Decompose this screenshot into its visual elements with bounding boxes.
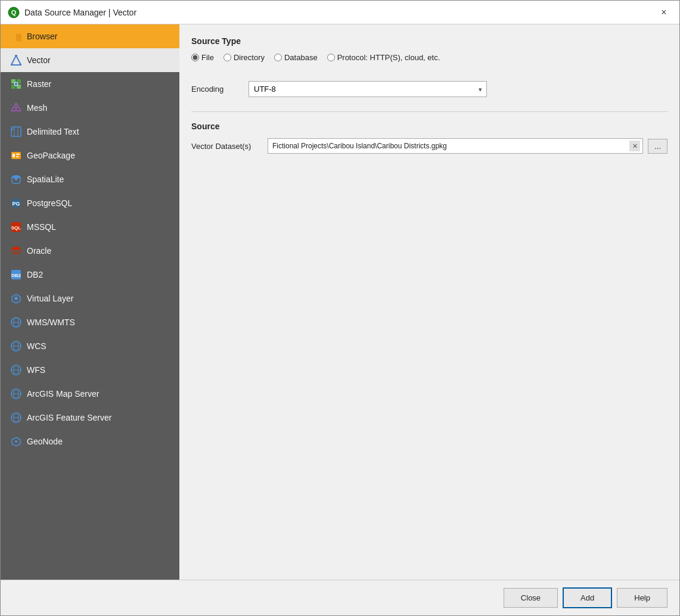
browser-icon (10, 30, 22, 42)
add-button[interactable]: Add (563, 587, 612, 608)
svg-rect-4 (16, 34, 21, 41)
svg-point-33 (12, 247, 20, 250)
sidebar-item-wcs[interactable]: WCS (1, 334, 179, 358)
svg-text:Q: Q (11, 9, 17, 16)
sidebar-item-label: Virtual Layer (27, 294, 170, 303)
sidebar-item-mesh[interactable]: Mesh (1, 96, 179, 120)
radio-directory[interactable]: Directory (223, 53, 265, 62)
svg-rect-3 (11, 32, 14, 35)
sidebar-item-mssql[interactable]: SQL MSSQL (1, 215, 179, 239)
encoding-row: Encoding UTF-8 ASCII ISO-8859-1 UTF-16 ▾ (191, 81, 667, 97)
radio-protocol[interactable]: Protocol: HTTP(S), cloud, etc. (327, 53, 440, 62)
arcgis-map-icon (10, 388, 22, 400)
title-text: Data Source Manager | Vector (24, 8, 136, 17)
sidebar-item-label: DB2 (27, 270, 170, 279)
sidebar-item-browser[interactable]: Browser (1, 24, 179, 48)
radio-protocol-input[interactable] (327, 54, 335, 61)
sidebar-item-oracle[interactable]: Oracle (1, 239, 179, 263)
svg-text:PG: PG (12, 201, 20, 207)
sidebar-item-arcgis-feature[interactable]: ArcGIS Feature Server (1, 406, 179, 430)
svg-rect-2 (11, 34, 15, 41)
svg-rect-24 (16, 154, 20, 155)
dataset-browse-button[interactable]: ... (648, 139, 667, 154)
svg-marker-5 (11, 55, 21, 65)
virtual-icon (10, 293, 22, 304)
radio-directory-input[interactable] (223, 54, 231, 61)
right-panel: Source Type File Directory Database (179, 24, 679, 580)
wms-icon (10, 316, 22, 328)
svg-point-27 (15, 178, 17, 181)
dataset-clear-button[interactable]: ✕ (629, 141, 640, 151)
svg-rect-18 (11, 127, 21, 136)
title-bar-left: Q Data Source Manager | Vector (8, 7, 136, 18)
radio-database-input[interactable] (274, 54, 282, 61)
dataset-input-wrapper: Fictional Projects\Caribou Island\Caribo… (268, 138, 643, 154)
close-button[interactable]: Close (504, 588, 558, 608)
sidebar-item-label: PostgreSQL (27, 198, 170, 208)
sidebar-item-db2[interactable]: DB2 DB2 (1, 263, 179, 287)
sidebar-item-virtual[interactable]: Virtual Layer (1, 287, 179, 310)
svg-point-54 (15, 440, 17, 443)
radio-database[interactable]: Database (274, 53, 318, 62)
sidebar-item-vector[interactable]: Vector (1, 48, 179, 72)
db2-icon: DB2 (10, 269, 22, 281)
spatialite-icon (10, 173, 22, 185)
raster-icon (10, 78, 22, 90)
source-section-title: Source (191, 122, 667, 131)
sidebar-item-geonode[interactable]: GeoNode (1, 430, 179, 453)
arcgis-feature-icon (10, 412, 22, 424)
main-content: Browser Vector (1, 24, 679, 580)
svg-point-13 (14, 82, 18, 86)
encoding-select[interactable]: UTF-8 ASCII ISO-8859-1 UTF-16 (249, 81, 487, 97)
oracle-icon (10, 245, 22, 257)
svg-text:SQL: SQL (11, 225, 21, 231)
sidebar-item-arcgis-map[interactable]: ArcGIS Map Server (1, 382, 179, 406)
svg-text:DB2: DB2 (11, 273, 21, 278)
radio-directory-label: Directory (234, 53, 265, 62)
mssql-icon: SQL (10, 221, 22, 233)
sidebar-item-label: Oracle (27, 246, 170, 256)
source-row: Vector Dataset(s) Fictional Projects\Car… (191, 138, 667, 154)
app-icon: Q (8, 7, 20, 18)
radio-file-input[interactable] (191, 54, 199, 61)
divider (191, 111, 667, 112)
source-section: Source Vector Dataset(s) Fictional Proje… (191, 122, 667, 154)
svg-rect-25 (16, 156, 18, 157)
sidebar-item-wfs[interactable]: WFS (1, 358, 179, 382)
sidebar-item-wms[interactable]: WMS/WMTS (1, 310, 179, 334)
sidebar: Browser Vector (1, 24, 179, 580)
source-type-title: Source Type (191, 36, 667, 46)
encoding-label: Encoding (191, 85, 239, 94)
svg-rect-23 (13, 154, 15, 157)
sidebar-item-label: Mesh (27, 103, 170, 113)
svg-point-37 (14, 297, 18, 300)
sidebar-item-raster[interactable]: Raster (1, 72, 179, 96)
sidebar-item-label: Browser (27, 32, 170, 41)
sidebar-item-label: WCS (27, 341, 170, 351)
sidebar-item-spatialite[interactable]: SpatiaLite (1, 167, 179, 191)
sidebar-item-postgresql[interactable]: PG PostgreSQL (1, 191, 179, 215)
main-window: Q Data Source Manager | Vector × Browser (0, 0, 680, 616)
sidebar-item-label: WFS (27, 365, 170, 375)
help-button[interactable]: Help (617, 588, 667, 608)
geonode-icon (10, 435, 22, 447)
geopackage-icon (10, 150, 22, 161)
radio-protocol-label: Protocol: HTTP(S), cloud, etc. (337, 53, 440, 62)
wcs-icon (10, 340, 22, 352)
close-window-button[interactable]: × (656, 4, 672, 21)
svg-point-17 (15, 107, 17, 109)
source-type-row: File Directory Database Protocol: HTTP(S… (191, 53, 667, 62)
sidebar-item-label: SpatiaLite (27, 175, 170, 184)
sidebar-item-label: Delimited Text (27, 127, 170, 136)
sidebar-item-label: ArcGIS Map Server (27, 389, 170, 399)
sidebar-item-label: GeoPackage (27, 151, 170, 160)
radio-file[interactable]: File (191, 53, 214, 62)
mesh-icon (10, 102, 22, 114)
sidebar-item-delimited[interactable]: Delimited Text (1, 120, 179, 144)
wfs-icon (10, 364, 22, 376)
radio-file-label: File (201, 53, 214, 62)
radio-database-label: Database (284, 53, 318, 62)
dataset-label: Vector Dataset(s) (191, 142, 263, 151)
sidebar-item-geopackage[interactable]: GeoPackage (1, 144, 179, 167)
sidebar-item-label: WMS/WMTS (27, 318, 170, 327)
